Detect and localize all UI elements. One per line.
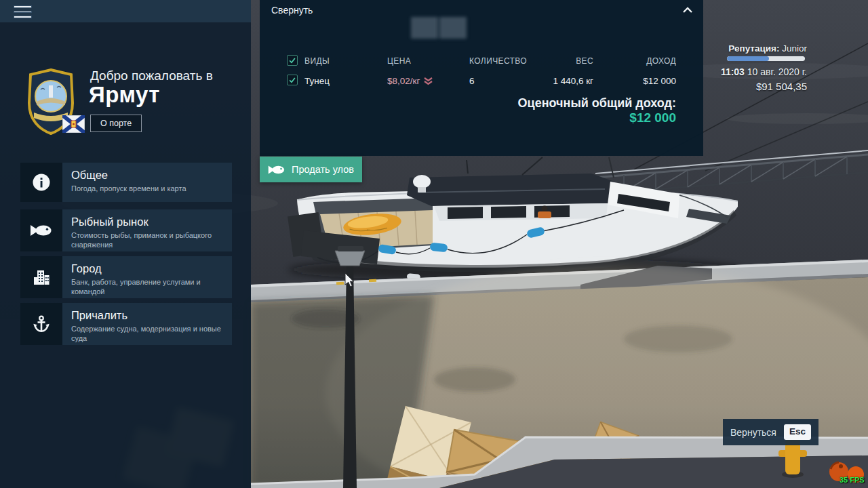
sidebar-item-city[interactable]: Город Банк, работа, управление услугами … — [20, 256, 232, 298]
menu-title: Город — [71, 262, 224, 275]
sidebar-item-fish-market[interactable]: Рыбный рынок Стоимость рыбы, приманок и … — [20, 209, 232, 251]
datetime-text: 11:03 10 авг. 2020 г. — [721, 66, 807, 77]
menu-subtitle: Банк, работа, управление услугами и кома… — [71, 277, 224, 297]
species-weight: 1 440,6 кг — [553, 76, 593, 86]
species-income: $12 000 — [643, 76, 676, 86]
column-species: ВИДЫ — [304, 56, 330, 66]
column-quantity: КОЛИЧЕСТВО — [469, 56, 527, 66]
fish-icon — [20, 209, 62, 251]
species-price: $8,02/кг — [387, 76, 433, 86]
esc-key-badge: Esc — [784, 424, 811, 439]
total-income-label: Оценочный общий доход: — [518, 96, 676, 110]
back-button[interactable]: Вернуться Esc — [723, 419, 818, 445]
port-name: Ярмут — [89, 82, 160, 108]
price-down-icon — [423, 77, 433, 85]
chevron-up-icon[interactable] — [682, 6, 693, 14]
menu-title: Общее — [71, 169, 224, 182]
sidebar-item-dock[interactable]: Причалить Содержание судна, модернизация… — [20, 303, 232, 345]
panel-thumbnail — [439, 17, 467, 39]
fish-icon — [268, 163, 285, 176]
species-quantity: 6 — [469, 76, 475, 86]
reputation-progress-fill — [727, 56, 769, 61]
column-weight: ВЕС — [576, 56, 593, 66]
city-icon — [20, 256, 62, 298]
fps-counter: 35 FPS — [840, 476, 865, 484]
reputation-progress-bar — [727, 56, 805, 61]
reputation-text: Репутация: Junior — [728, 43, 807, 54]
panel-thumbnail — [411, 17, 438, 39]
money-text: $91 504,35 — [756, 81, 807, 92]
species-name: Тунец — [304, 76, 330, 86]
game-screen: Добро пожаловать в Ярмут О порте Общее П… — [0, 0, 868, 488]
menu-bar — [0, 0, 251, 22]
info-icon — [20, 163, 62, 202]
select-all-checkbox[interactable] — [287, 55, 298, 66]
sell-catch-button[interactable]: Продать улов — [260, 157, 362, 182]
total-income-value: $12 000 — [629, 110, 676, 125]
about-port-button[interactable]: О порте — [90, 115, 142, 132]
nova-scotia-flag — [62, 115, 85, 133]
menu-subtitle: Содержание судна, модернизация и новые с… — [71, 324, 224, 344]
collapse-button[interactable]: Свернуть — [271, 5, 313, 16]
menu-subtitle: Стоимость рыбы, приманок и рыбацкого сна… — [71, 230, 224, 250]
hamburger-icon[interactable] — [14, 5, 32, 18]
sidebar-item-general[interactable]: Общее Погода, пропуск времени и карта — [20, 163, 232, 202]
menu-title: Рыбный рынок — [71, 216, 224, 228]
menu-title: Причалить — [71, 309, 224, 322]
row-checkbox-tuna[interactable] — [287, 75, 298, 85]
anchor-icon — [20, 303, 62, 345]
column-income: ДОХОД — [646, 56, 676, 66]
menu-subtitle: Погода, пропуск времени и карта — [71, 184, 224, 193]
column-price: ЦЕНА — [387, 56, 411, 66]
welcome-text: Добро пожаловать в — [90, 68, 213, 83]
